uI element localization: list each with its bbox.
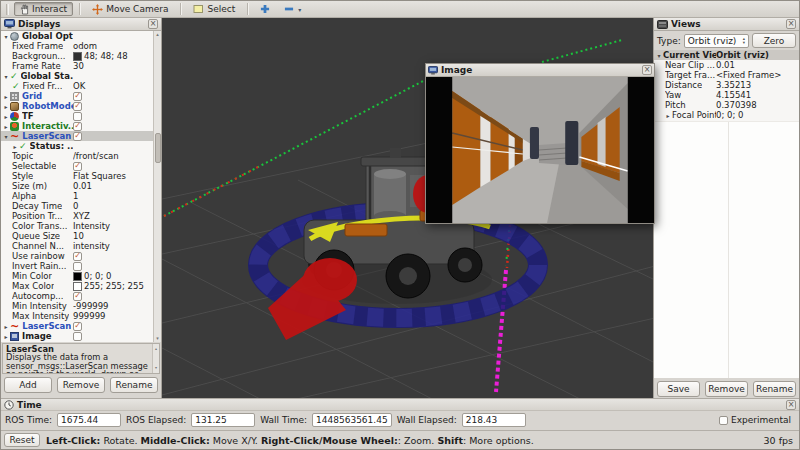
zero-button[interactable]: Zero — [752, 33, 796, 48]
close-icon[interactable]: × — [786, 19, 796, 29]
checkbox[interactable]: ✓ — [73, 102, 82, 111]
checkbox[interactable]: ✓ — [73, 322, 82, 331]
alpha-row[interactable]: Alpha1 — [1, 191, 153, 201]
property-value[interactable]: 4.15541 — [716, 90, 799, 100]
expand-arrow-icon[interactable]: ▸ — [3, 93, 9, 100]
distance-row[interactable]: Distance3.35213 — [654, 80, 799, 90]
property-value[interactable]: odom — [73, 41, 153, 51]
property-value[interactable]: 0.01 — [73, 181, 153, 191]
style-row[interactable]: StyleFlat Squares — [1, 171, 153, 181]
expand-arrow-icon[interactable]: ▸ — [665, 112, 671, 119]
max-intensity-row[interactable]: Max Intensity999999 — [1, 311, 153, 321]
property-value[interactable]: -999999 — [73, 301, 153, 311]
pitch-row[interactable]: Pitch0.370398 — [654, 100, 799, 110]
rename-view-button[interactable]: Rename — [753, 381, 796, 397]
property-value[interactable] — [73, 112, 153, 121]
scroll-down-icon[interactable]: ▾ — [156, 335, 159, 342]
min-intensity-row[interactable]: Min Intensity-999999 — [1, 301, 153, 311]
checkbox[interactable]: ✓ — [73, 292, 82, 301]
min-color-row[interactable]: Min Color0; 0; 0 — [1, 271, 153, 281]
ros-elapsed-input[interactable]: 131.25 — [191, 413, 255, 427]
frame-rate-row[interactable]: Frame Rate30 — [1, 61, 153, 71]
laserscan-row[interactable]: ▸~LaserScan✓ — [1, 321, 153, 331]
save-view-button[interactable]: Save — [657, 381, 700, 397]
invert-rain-row[interactable]: Invert Rain... — [1, 261, 153, 271]
ros-time-input[interactable]: 1675.44 — [57, 413, 121, 427]
current-view-row[interactable]: ▾Current ViewOrbit (rviz) — [654, 50, 799, 60]
property-value[interactable]: 255; 255; 255 — [73, 281, 153, 291]
remove-view-button[interactable]: Remove — [705, 381, 748, 397]
property-value[interactable]: 0.01 — [716, 60, 799, 70]
property-value[interactable] — [73, 262, 153, 271]
property-value[interactable]: ✓ — [73, 122, 153, 131]
max-color-row[interactable]: Max Color255; 255; 255 — [1, 281, 153, 291]
interact-tool-button[interactable]: Interact — [14, 2, 73, 16]
toolbar-grip[interactable] — [6, 4, 9, 15]
property-value[interactable]: 0.370398 — [716, 100, 799, 110]
expand-arrow-icon[interactable]: ▾ — [3, 133, 9, 140]
close-icon[interactable]: × — [786, 400, 796, 410]
rename-display-button[interactable]: Rename — [110, 377, 158, 393]
tf-row[interactable]: ▸TF — [1, 111, 153, 121]
checkbox[interactable]: ✓ — [73, 252, 82, 261]
property-value[interactable]: 0; 0; 0 — [73, 271, 153, 281]
property-value[interactable]: Flat Squares — [73, 171, 153, 181]
expand-arrow-icon[interactable]: ▾ — [656, 52, 662, 59]
close-icon[interactable]: × — [148, 19, 158, 29]
expand-arrow-icon[interactable]: ▸ — [3, 123, 9, 130]
near-clip-row[interactable]: Near Clip ...0.01 — [654, 60, 799, 70]
image-window-titlebar[interactable]: Image × — [426, 64, 654, 77]
expand-arrow-icon[interactable]: ▸ — [3, 323, 9, 330]
interactiv-row[interactable]: ▸Interactiv...✓ — [1, 121, 153, 131]
displays-panel-header[interactable]: Displays × — [1, 18, 161, 31]
expand-arrow-icon[interactable]: ▾ — [3, 33, 9, 40]
checkbox[interactable]: ✓ — [73, 122, 82, 131]
robotmodel-row[interactable]: ▸RobotModel✓ — [1, 101, 153, 111]
queue-size-row[interactable]: Queue Size10 — [1, 231, 153, 241]
checkbox[interactable]: ✓ — [73, 92, 82, 101]
property-value[interactable]: ✓ — [73, 92, 153, 101]
global-sta-row[interactable]: ▾✓Global Sta... — [1, 71, 153, 81]
add-display-button[interactable]: Add — [4, 377, 52, 393]
property-value[interactable]: intensity — [73, 241, 153, 251]
description-scrollbar[interactable]: ▴▾ — [152, 344, 159, 373]
scroll-down-icon[interactable]: ▾ — [155, 364, 157, 372]
expand-arrow-icon[interactable]: ▾ — [3, 73, 9, 80]
property-value[interactable]: ✓ — [73, 102, 153, 111]
fixed-frame-row[interactable]: Fixed Frameodom — [1, 41, 153, 51]
experimental-checkbox[interactable] — [719, 416, 728, 425]
displays-scrollbar[interactable]: ▴▾ — [153, 31, 161, 342]
laserscan-row[interactable]: ▾~LaserScan✓ — [1, 131, 153, 141]
backgroun-row[interactable]: Backgroun...48; 48; 48 — [1, 51, 153, 61]
select-tool-button[interactable]: Select — [187, 2, 241, 16]
close-icon[interactable]: × — [642, 65, 652, 75]
property-value[interactable]: OK — [73, 81, 153, 91]
property-value[interactable]: Orbit (rviz) — [716, 50, 799, 60]
autocomp-row[interactable]: Autocomp...✓ — [1, 291, 153, 301]
topic-row[interactable]: Topic/front/scan — [1, 151, 153, 161]
target-fra-row[interactable]: Target Fra...<Fixed Frame> — [654, 70, 799, 80]
global-opt-row[interactable]: ▾Global Opt... — [1, 31, 153, 41]
checkbox[interactable] — [73, 332, 82, 341]
checkbox[interactable]: ✓ — [73, 162, 82, 171]
checkbox[interactable]: ✓ — [73, 132, 82, 141]
property-value[interactable]: ✓ — [73, 292, 153, 301]
image-row[interactable]: ▸Image — [1, 331, 153, 341]
time-panel-header[interactable]: Time × — [1, 399, 799, 411]
remove-tool-button[interactable]: ▾ — [278, 2, 307, 16]
experimental-toggle[interactable]: Experimental — [719, 415, 795, 425]
property-value[interactable]: XYZ — [73, 211, 153, 221]
focal-point-row[interactable]: ▸Focal Point0; 0; 0 — [654, 110, 799, 120]
image-window[interactable]: Image × — [425, 63, 655, 224]
wall-elapsed-input[interactable]: 218.43 — [462, 413, 526, 427]
decay-time-row[interactable]: Decay Time0 — [1, 201, 153, 211]
status-row[interactable]: ▸✓Status: ... — [1, 141, 153, 151]
property-value[interactable]: ✓ — [73, 322, 153, 331]
selectable-row[interactable]: Selectable✓ — [1, 161, 153, 171]
grid-row[interactable]: ▸Grid✓ — [1, 91, 153, 101]
property-value[interactable]: ✓ — [73, 252, 153, 261]
scrollbar-thumb[interactable] — [155, 133, 161, 163]
property-value[interactable]: 3.35213 — [716, 80, 799, 90]
channel-n-row[interactable]: Channel N...intensity — [1, 241, 153, 251]
property-value[interactable]: 0; 0; 0 — [716, 110, 799, 120]
